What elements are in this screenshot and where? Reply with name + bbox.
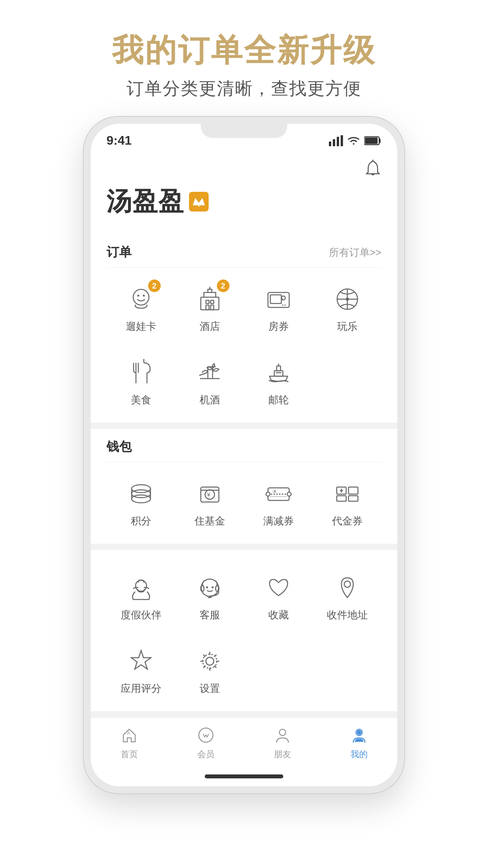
extra-grid-row1: 度假伙伴 <box>106 556 382 638</box>
member-nav-icon <box>196 725 216 745</box>
svg-point-26 <box>346 298 349 301</box>
food-icon <box>127 359 155 386</box>
signal-icon <box>329 135 343 146</box>
svg-rect-0 <box>329 142 331 146</box>
fun-icon <box>334 285 361 313</box>
cruise-icon <box>265 359 292 386</box>
extra-item-partner[interactable]: 度假伙伴 <box>106 564 175 630</box>
nav-mine[interactable]: 我的 <box>348 724 370 760</box>
friends-nav-icon <box>273 725 292 745</box>
order-item-room-coupon[interactable]: ¥ 房券 <box>244 276 313 341</box>
notification-icon[interactable] <box>364 160 382 180</box>
wallet-section: 钱包 <box>91 429 397 544</box>
orders-title: 订单 <box>106 244 132 261</box>
orders-section: 订单 所有订单>> <box>91 234 397 423</box>
svg-rect-33 <box>274 371 283 376</box>
svg-rect-5 <box>365 138 378 144</box>
home-nav-label: 首页 <box>121 748 138 760</box>
member-nav-label: 会员 <box>197 748 215 760</box>
promo-subtitle: 订单分类更清晰，查找更方便 <box>24 77 464 100</box>
app-header: 汤盈盈 V <box>91 152 397 226</box>
svg-point-65 <box>206 657 214 665</box>
points-icon <box>127 480 155 508</box>
svg-point-48 <box>266 492 270 496</box>
address-label: 收件地址 <box>327 608 368 622</box>
svg-rect-13 <box>211 300 214 303</box>
wallet-title: 钱包 <box>106 438 132 456</box>
order-item-fun[interactable]: 玩乐 <box>313 276 382 341</box>
mine-nav-label: 我的 <box>350 748 368 760</box>
svg-point-63 <box>344 581 350 587</box>
mine-nav-icon <box>349 725 369 745</box>
settings-icon <box>196 647 224 675</box>
order-item-flight-hotel[interactable]: 机酒 <box>175 349 244 415</box>
vip-badge: V <box>189 192 209 211</box>
partner-icon <box>127 574 155 601</box>
svg-rect-1 <box>333 139 335 146</box>
points-label: 积分 <box>131 514 151 528</box>
svg-text:满: 满 <box>273 489 276 493</box>
svg-text:V: V <box>198 203 200 208</box>
favorite-icon <box>265 574 292 601</box>
promo-area: 我的订单全新升级 订单分类更清晰，查找更方便 <box>0 0 488 116</box>
wallet-item-voucher[interactable]: 代金券 <box>313 470 382 536</box>
nav-home[interactable]: A 首页 <box>118 724 140 760</box>
svg-rect-12 <box>206 300 209 303</box>
orders-grid-row1: 2 遛娃卡 <box>106 268 382 349</box>
extra-item-settings[interactable]: 设置 <box>175 638 244 703</box>
service-icon <box>196 574 224 601</box>
rating-label: 应用评分 <box>121 682 161 695</box>
order-item-food[interactable]: 美食 <box>106 349 175 415</box>
promo-title: 我的订单全新升级 <box>24 31 464 69</box>
extra-section: 度假伙伴 <box>91 556 397 711</box>
svg-rect-54 <box>349 496 358 501</box>
svg-marker-17 <box>209 286 211 289</box>
svg-point-62 <box>211 587 213 588</box>
wallet-item-discount[interactable]: 满 满减券 <box>244 470 313 536</box>
food-label: 美食 <box>131 393 151 407</box>
voucher-label: 代金券 <box>332 514 363 528</box>
baby-card-badge: 2 <box>148 280 161 292</box>
svg-rect-3 <box>341 135 343 146</box>
orders-grid-row2: 美食 <box>106 349 382 423</box>
order-item-baby-card[interactable]: 2 遛娃卡 <box>106 276 175 341</box>
svg-point-8 <box>133 289 149 305</box>
extra-item-service[interactable]: 客服 <box>175 564 244 630</box>
fun-label: 玩乐 <box>337 320 358 333</box>
order-item-hotel[interactable]: 2 酒店 <box>175 276 244 341</box>
svg-rect-2 <box>337 137 339 146</box>
order-item-cruise[interactable]: 邮轮 <box>244 349 313 415</box>
voucher-icon <box>334 480 361 508</box>
extra-item-favorite[interactable]: 收藏 <box>244 564 313 630</box>
address-icon <box>334 574 361 601</box>
svg-rect-53 <box>337 496 346 501</box>
divider-3 <box>91 711 397 717</box>
svg-point-71 <box>357 730 361 735</box>
hotel-badge: 2 <box>217 280 229 292</box>
wallet-item-fund[interactable]: ¥ 住基金 <box>175 470 244 536</box>
app-logo: 汤盈盈 <box>106 184 184 219</box>
settings-label: 设置 <box>200 682 220 695</box>
svg-point-10 <box>143 295 145 297</box>
extra-item-address[interactable]: 收件地址 <box>313 564 382 630</box>
battery-icon <box>364 136 382 145</box>
svg-point-61 <box>206 587 208 588</box>
nav-friends[interactable]: 朋友 <box>272 724 294 760</box>
svg-rect-14 <box>206 305 209 310</box>
svg-rect-11 <box>201 297 219 310</box>
svg-rect-15 <box>211 305 214 310</box>
extra-item-rating[interactable]: 应用评分 <box>106 638 175 703</box>
svg-text:¥: ¥ <box>281 297 283 300</box>
discount-icon: 满 <box>265 480 292 508</box>
wallet-item-points[interactable]: 积分 <box>106 470 175 536</box>
favorite-label: 收藏 <box>268 608 289 622</box>
phone-notch <box>201 124 287 138</box>
rating-icon <box>127 647 155 675</box>
svg-point-9 <box>137 295 139 297</box>
hotel-label: 酒店 <box>200 320 220 333</box>
svg-rect-34 <box>277 366 281 371</box>
nav-member[interactable]: 会员 <box>195 724 217 760</box>
svg-rect-60 <box>216 586 219 591</box>
all-orders-link[interactable]: 所有订单>> <box>329 246 382 259</box>
service-label: 客服 <box>200 608 220 622</box>
